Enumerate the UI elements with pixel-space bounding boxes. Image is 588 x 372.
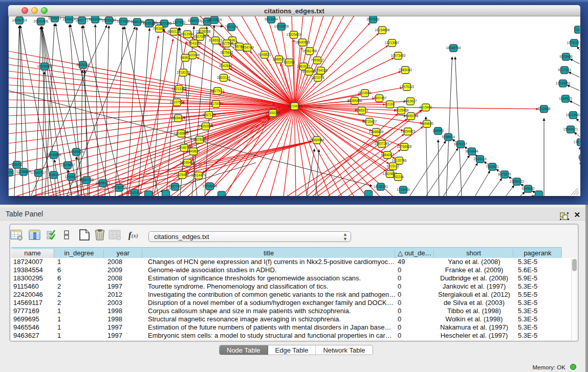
svg-text:15720407: 15720407 — [362, 120, 377, 123]
svg-text:832203: 832203 — [284, 60, 295, 64]
svg-text:12213967: 12213967 — [385, 41, 400, 45]
svg-text:62160: 62160 — [385, 102, 395, 106]
svg-text:2240914: 2240914 — [62, 17, 76, 21]
svg-text:16205033: 16205033 — [37, 64, 52, 68]
svg-text:7485063: 7485063 — [399, 68, 412, 72]
svg-text:16782759: 16782759 — [112, 186, 127, 189]
svg-text:7632621: 7632621 — [486, 165, 499, 168]
svg-text:1003771: 1003771 — [75, 18, 89, 22]
svg-text:16648784: 16648784 — [446, 46, 461, 50]
svg-text:8427512: 8427512 — [211, 89, 224, 93]
svg-text:1615112: 1615112 — [387, 164, 400, 168]
svg-text:164093: 164093 — [432, 129, 444, 133]
svg-text:8813054: 8813054 — [265, 17, 278, 21]
svg-text:12156829: 12156829 — [16, 170, 31, 173]
svg-text:7515526: 7515526 — [142, 21, 156, 25]
svg-text:9884067: 9884067 — [381, 153, 394, 157]
svg-text:23226058: 23226058 — [196, 30, 211, 33]
svg-text:12923468: 12923468 — [127, 191, 142, 194]
svg-text:19218506: 19218506 — [274, 25, 289, 28]
svg-text:16914479: 16914479 — [191, 173, 206, 177]
svg-text:16210643: 16210643 — [566, 113, 581, 117]
svg-text:9327509: 9327509 — [193, 35, 207, 38]
svg-text:17942717: 17942717 — [31, 171, 46, 174]
svg-text:19654923: 19654923 — [401, 129, 416, 133]
svg-text:14055714: 14055714 — [12, 18, 27, 22]
svg-text:17359924: 17359924 — [69, 150, 84, 154]
svg-text:10688609: 10688609 — [369, 130, 384, 134]
svg-text:6466103: 6466103 — [188, 19, 201, 23]
svg-text:3215958: 3215958 — [537, 107, 551, 111]
svg-text:16099484: 16099484 — [180, 161, 195, 164]
svg-text:13495794: 13495794 — [404, 114, 419, 118]
svg-text:7986372: 7986372 — [355, 108, 368, 112]
svg-text:15692971: 15692971 — [563, 127, 578, 131]
svg-text:9245652: 9245652 — [521, 187, 535, 190]
svg-text:16154808: 16154808 — [375, 28, 390, 32]
svg-text:(x): (x) — [132, 232, 138, 239]
svg-text:39151: 39151 — [5, 170, 14, 174]
svg-text:6794028: 6794028 — [314, 69, 328, 72]
svg-text:8660128: 8660128 — [167, 30, 181, 33]
svg-text:9899695: 9899695 — [420, 122, 433, 125]
svg-text:817006: 817006 — [210, 102, 222, 105]
svg-text:7357224: 7357224 — [225, 25, 238, 29]
svg-text:10756928: 10756928 — [397, 145, 412, 148]
svg-text:16107553: 16107553 — [170, 100, 185, 104]
svg-text:98961: 98961 — [181, 56, 190, 59]
svg-text:126753: 126753 — [578, 156, 588, 159]
svg-text:19166855: 19166855 — [174, 132, 189, 135]
svg-text:8454749: 8454749 — [241, 46, 254, 49]
svg-text:9242848: 9242848 — [219, 64, 232, 68]
svg-text:19384554: 19384554 — [310, 138, 324, 142]
svg-text:9327508: 9327508 — [220, 41, 233, 45]
svg-text:1362615: 1362615 — [297, 64, 310, 68]
svg-text:252214: 252214 — [393, 175, 404, 179]
svg-text:10025438: 10025438 — [394, 108, 409, 112]
svg-text:2718176: 2718176 — [177, 71, 190, 74]
svg-text:165001: 165001 — [11, 163, 23, 166]
svg-text:3024554: 3024554 — [358, 91, 372, 95]
svg-text:18807249: 18807249 — [375, 142, 389, 145]
svg-text:1327602: 1327602 — [117, 19, 130, 23]
svg-text:10807457: 10807457 — [372, 96, 387, 100]
svg-text:15716485: 15716485 — [203, 184, 217, 188]
svg-text:9155913: 9155913 — [48, 16, 61, 20]
svg-text:9146821: 9146821 — [258, 53, 271, 56]
svg-text:13975887: 13975887 — [60, 163, 75, 167]
svg-text:12213363: 12213363 — [172, 87, 187, 91]
svg-text:9227343: 9227343 — [558, 68, 571, 72]
svg-text:7955812: 7955812 — [311, 58, 324, 62]
svg-text:12975115: 12975115 — [400, 85, 415, 89]
svg-text:14353594: 14353594 — [199, 124, 213, 128]
svg-text:10653267: 10653267 — [102, 18, 117, 22]
svg-text:20206535: 20206535 — [47, 153, 61, 157]
svg-text:19654925: 19654925 — [171, 116, 186, 120]
svg-text:8990448: 8990448 — [302, 70, 316, 73]
svg-text:1621078: 1621078 — [311, 76, 324, 79]
svg-text:1244415: 1244415 — [559, 97, 572, 100]
svg-text:16543362: 16543362 — [187, 41, 202, 45]
svg-text:17957285: 17957285 — [79, 178, 94, 182]
svg-text:3267130: 3267130 — [202, 113, 215, 117]
svg-text:9463627: 9463627 — [404, 99, 417, 103]
svg-text:1733426: 1733426 — [397, 188, 410, 191]
svg-text:16033809: 16033809 — [207, 18, 222, 21]
svg-text:587832: 587832 — [194, 138, 205, 141]
svg-text:18640910: 18640910 — [295, 40, 310, 44]
svg-text:1112: 1112 — [575, 28, 582, 31]
svg-text:7663822: 7663822 — [153, 27, 166, 30]
svg-text:10671355: 10671355 — [157, 21, 172, 25]
svg-text:1449822: 1449822 — [187, 149, 200, 153]
svg-text:8912954: 8912954 — [181, 32, 194, 36]
svg-text:20364436: 20364436 — [347, 99, 362, 102]
svg-text:9457791: 9457791 — [168, 185, 182, 188]
svg-text:7625402: 7625402 — [176, 173, 189, 177]
svg-text:8631040: 8631040 — [89, 17, 102, 21]
svg-text:13325419: 13325419 — [287, 33, 301, 36]
svg-text:10973493: 10973493 — [391, 54, 406, 57]
svg-text:10654122: 10654122 — [510, 180, 525, 183]
svg-text:114519: 114519 — [48, 173, 59, 177]
svg-text:3875645: 3875645 — [220, 51, 233, 54]
svg-text:6879197: 6879197 — [454, 142, 467, 146]
